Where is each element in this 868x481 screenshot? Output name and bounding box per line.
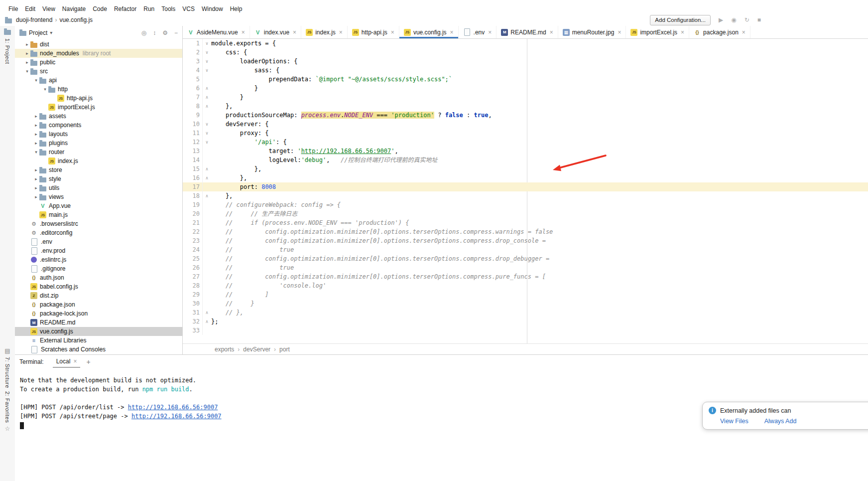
tree-item-src[interactable]: ▾src bbox=[15, 67, 182, 76]
line-number[interactable]: 6 bbox=[183, 84, 203, 93]
line-number[interactable]: 20 bbox=[183, 209, 203, 218]
chevron-down-icon[interactable]: ▾ bbox=[24, 69, 30, 74]
line-number[interactable]: 18 bbox=[183, 191, 203, 200]
menu-file[interactable]: File bbox=[5, 5, 21, 12]
chevron-down-icon[interactable]: ▾ bbox=[33, 150, 39, 155]
close-icon[interactable]: × bbox=[242, 29, 245, 36]
code-line-32[interactable]: 32∧}; bbox=[183, 317, 868, 326]
tree-item-api[interactable]: ▾api bbox=[15, 76, 182, 85]
tab-.env[interactable]: .env× bbox=[459, 26, 497, 38]
fold-marker-icon[interactable]: ∧ bbox=[203, 191, 211, 200]
code-line-8[interactable]: 8∧ }, bbox=[183, 102, 868, 111]
line-number[interactable]: 2 bbox=[183, 48, 203, 57]
code-line-30[interactable]: 30 // } bbox=[183, 299, 868, 308]
tab-index.vue[interactable]: Vindex.vue× bbox=[250, 26, 301, 38]
stop-icon[interactable]: ■ bbox=[757, 16, 761, 23]
project-panel-title[interactable]: Project bbox=[29, 29, 47, 36]
line-number[interactable]: 17 bbox=[183, 182, 203, 191]
line-number[interactable]: 31 bbox=[183, 308, 203, 317]
code-line-22[interactable]: 22 // config.optimization.minimizer[0].o… bbox=[183, 227, 868, 236]
chevron-down-icon[interactable]: ▾ bbox=[42, 87, 48, 92]
breadcrumb-item[interactable]: vue.config.js bbox=[59, 16, 93, 23]
run-icon[interactable]: ▶ bbox=[719, 16, 723, 23]
tab-package.json[interactable]: {}package.json× bbox=[689, 26, 750, 38]
line-number[interactable]: 29 bbox=[183, 290, 203, 299]
chevron-right-icon[interactable]: ▸ bbox=[33, 185, 39, 190]
line-number[interactable]: 9 bbox=[183, 111, 203, 120]
chevron-right-icon[interactable]: ▸ bbox=[33, 132, 39, 137]
code-line-18[interactable]: 18∧ }, bbox=[183, 191, 868, 200]
menu-refactor[interactable]: Refactor bbox=[111, 5, 140, 12]
code-line-31[interactable]: 31∧ // }, bbox=[183, 308, 868, 317]
tree-item-main.js[interactable]: JSmain.js bbox=[15, 210, 182, 219]
code-line-11[interactable]: 11∨ proxy: { bbox=[183, 129, 868, 138]
line-number[interactable]: 4 bbox=[183, 66, 203, 75]
project-stripe-icon[interactable] bbox=[4, 30, 11, 35]
tree-item-vue.config.js[interactable]: JSvue.config.js bbox=[15, 327, 182, 336]
code-line-5[interactable]: 5 prependData: `@import "~@/assets/scss/… bbox=[183, 75, 868, 84]
chevron-right-icon[interactable]: ▸ bbox=[33, 167, 39, 172]
tree-item-.editorconfig[interactable]: ⚙.editorconfig bbox=[15, 228, 182, 237]
tree-item-package.json[interactable]: {}package.json bbox=[15, 300, 182, 309]
tree-item-External Libraries[interactable]: ≡External Libraries bbox=[15, 336, 182, 345]
tree-item-public[interactable]: ▸public bbox=[15, 58, 182, 67]
tree-item-plugins[interactable]: ▸plugins bbox=[15, 139, 182, 148]
fold-marker-icon[interactable]: ∨ bbox=[203, 48, 211, 57]
tab-http-api.js[interactable]: JShttp-api.js× bbox=[348, 26, 399, 38]
line-number[interactable]: 26 bbox=[183, 263, 203, 272]
code-line-10[interactable]: 10∨ devServer: { bbox=[183, 120, 868, 129]
line-number[interactable]: 23 bbox=[183, 236, 203, 245]
tab-index.js[interactable]: JSindex.js× bbox=[301, 26, 348, 38]
line-number[interactable]: 15 bbox=[183, 164, 203, 173]
chevron-right-icon[interactable]: ▸ bbox=[33, 141, 39, 146]
tree-item-views[interactable]: ▸views bbox=[15, 192, 182, 201]
code-line-27[interactable]: 27 // config.optimization.minimizer[0].o… bbox=[183, 272, 868, 281]
code-line-21[interactable]: 21 // if (process.env.NODE_ENV === 'prod… bbox=[183, 218, 868, 227]
rerun-icon[interactable]: ↻ bbox=[744, 16, 749, 23]
line-number[interactable]: 16 bbox=[183, 173, 203, 182]
terminal-tab-local[interactable]: Local × bbox=[53, 356, 81, 368]
code-line-16[interactable]: 16∧ }, bbox=[183, 173, 868, 182]
line-number[interactable]: 12 bbox=[183, 138, 203, 147]
fold-marker-icon[interactable]: ∨ bbox=[203, 138, 211, 147]
tree-item-dist.zip[interactable]: Zdist.zip bbox=[15, 291, 182, 300]
code-line-7[interactable]: 7∧ } bbox=[183, 93, 868, 102]
fold-marker-icon[interactable]: ∨ bbox=[203, 39, 211, 48]
line-number[interactable]: 24 bbox=[183, 245, 203, 254]
line-number[interactable]: 11 bbox=[183, 129, 203, 138]
code-line-29[interactable]: 29 // ] bbox=[183, 290, 868, 299]
breadcrumb-port[interactable]: port bbox=[279, 346, 290, 353]
menu-code[interactable]: Code bbox=[89, 5, 111, 12]
code-line-25[interactable]: 25 // config.optimization.minimizer[0].o… bbox=[183, 254, 868, 263]
close-icon[interactable]: × bbox=[550, 29, 553, 36]
menu-window[interactable]: Window bbox=[198, 5, 227, 12]
tree-item-auth.json[interactable]: {}auth.json bbox=[15, 273, 182, 282]
tree-item-router[interactable]: ▾router bbox=[15, 148, 182, 157]
code-editor[interactable]: 1∨module.exports = {2∨ css: {3∨ loaderOp… bbox=[183, 39, 868, 344]
fold-marker-icon[interactable]: ∧ bbox=[203, 308, 211, 317]
fold-marker-icon[interactable]: ∧ bbox=[203, 317, 211, 326]
locate-icon[interactable]: ◎ bbox=[141, 29, 146, 36]
expand-icon[interactable]: ↕ bbox=[153, 29, 156, 36]
code-line-19[interactable]: 19 // configureWebpack: config => { bbox=[183, 200, 868, 209]
tree-item-assets[interactable]: ▸assets bbox=[15, 112, 182, 121]
tree-item-babel.config.js[interactable]: JSbabel.config.js bbox=[15, 282, 182, 291]
new-terminal-icon[interactable]: + bbox=[86, 358, 90, 366]
tree-item-App.vue[interactable]: VApp.vue bbox=[15, 201, 182, 210]
chevron-down-icon[interactable]: ▾ bbox=[33, 78, 39, 83]
code-line-23[interactable]: 23 // config.optimization.minimizer[0].o… bbox=[183, 236, 868, 245]
code-line-26[interactable]: 26 // true bbox=[183, 263, 868, 272]
fold-marker-icon[interactable]: ∧ bbox=[203, 93, 211, 102]
structure-icon[interactable]: ▤ bbox=[4, 347, 10, 354]
close-icon[interactable]: × bbox=[339, 29, 343, 36]
chevron-right-icon[interactable]: ▸ bbox=[24, 42, 30, 47]
line-number[interactable]: 30 bbox=[183, 299, 203, 308]
code-line-1[interactable]: 1∨module.exports = { bbox=[183, 39, 868, 48]
close-icon[interactable]: × bbox=[391, 29, 394, 36]
tree-item-index.js[interactable]: JSindex.js bbox=[15, 157, 182, 165]
view-files-link[interactable]: View Files bbox=[720, 418, 748, 425]
tab-vue.config.js[interactable]: JSvue.config.js× bbox=[399, 26, 459, 38]
line-number[interactable]: 14 bbox=[183, 156, 203, 164]
tab-AsideMenu.vue[interactable]: VAsideMenu.vue× bbox=[183, 26, 250, 38]
code-line-9[interactable]: 9 productionSourceMap: process.env.NODE_… bbox=[183, 111, 868, 120]
